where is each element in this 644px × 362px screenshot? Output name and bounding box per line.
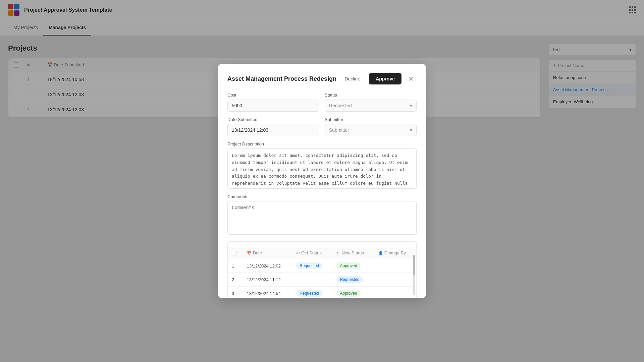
history-table-header-row: 📅Date 🏷Old Status 🏷New Status 👤Change By: [228, 247, 416, 259]
history-row-num: 1: [228, 259, 243, 273]
modal-overlay: Asset Management Process Redesign Declin…: [0, 0, 644, 362]
status-label: Status: [325, 93, 417, 98]
date-submitted-field: Date Submitted: [227, 117, 319, 136]
history-table: 📅Date 🏷Old Status 🏷New Status 👤Change By…: [228, 247, 416, 298]
th-checkbox[interactable]: [228, 247, 243, 259]
decline-button[interactable]: Decline: [340, 73, 365, 84]
history-row-old-status: Requested: [292, 287, 332, 299]
history-row-new-status: Approved: [332, 259, 374, 273]
history-row-new-status: Approved: [332, 287, 374, 299]
modal: Asset Management Process Redesign Declin…: [218, 64, 426, 298]
project-description-label: Project Description: [227, 141, 417, 146]
scrollbar-thumb: [413, 255, 415, 275]
history-row-old-status: Requested: [292, 259, 332, 273]
status-value: Requested: [329, 103, 352, 108]
status-select[interactable]: Requested ▾: [325, 100, 417, 112]
chevron-down-icon: ▾: [410, 103, 412, 108]
history-row-1: 1 13/12/2024 12:02 Requested Approved: [228, 259, 416, 273]
cost-field: Cost: [227, 93, 319, 112]
history-row-old-status: [292, 273, 332, 287]
history-row-change-by: [374, 287, 416, 299]
history-row-date: 13/12/2024 11:12: [243, 273, 292, 287]
date-submitted-label: Date Submitted: [227, 117, 319, 122]
form-row-date-submitter: Date Submitted Submitter Submitter ▾: [227, 117, 417, 136]
modal-actions: Decline Approve ✕: [340, 73, 417, 84]
status-field: Status Requested ▾: [325, 93, 417, 112]
project-description-textarea[interactable]: [227, 148, 417, 189]
approve-button[interactable]: Approve: [369, 73, 401, 84]
history-table-wrapper: 📅Date 🏷Old Status 🏷New Status 👤Change By…: [227, 241, 417, 298]
history-row-num: 3: [228, 287, 243, 299]
history-row-2: 2 13/12/2024 11:12 Requested: [228, 273, 416, 287]
close-button[interactable]: ✕: [406, 74, 417, 83]
history-row-num: 2: [228, 273, 243, 287]
submitter-label: Submitter: [325, 117, 417, 122]
comments-label: Comments: [227, 194, 417, 199]
submitter-value: Submitter: [329, 127, 349, 133]
submitter-select[interactable]: Submitter ▾: [325, 124, 417, 136]
history-row-change-by: [374, 273, 416, 287]
scrollbar-track: [413, 255, 415, 295]
submitter-field: Submitter Submitter ▾: [325, 117, 417, 136]
comments-section: Comments: [227, 194, 417, 236]
date-submitted-input[interactable]: [227, 124, 319, 136]
th-change-by: 👤Change By: [374, 247, 416, 259]
modal-header: Asset Management Process Redesign Declin…: [227, 73, 417, 84]
th-date: 📅Date: [243, 247, 292, 259]
history-row-date: 13/12/2024 12:02: [243, 259, 292, 273]
history-row-change-by: [374, 259, 416, 273]
history-row-new-status: Requested: [332, 273, 374, 287]
cost-input[interactable]: [227, 100, 319, 112]
history-row-date: 13/12/2024 14:54: [243, 287, 292, 299]
history-row-3: 3 13/12/2024 14:54 Requested Approved: [228, 287, 416, 299]
cost-label: Cost: [227, 93, 319, 98]
chevron-down-icon: ▾: [410, 127, 412, 133]
th-new-status: 🏷New Status: [332, 247, 374, 259]
project-description-field: Project Description: [227, 141, 417, 189]
comments-textarea[interactable]: [227, 201, 417, 235]
th-old-status: 🏷Old Status: [292, 247, 332, 259]
form-row-cost-status: Cost Status Requested ▾: [227, 93, 417, 112]
modal-title: Asset Management Process Redesign: [227, 75, 336, 82]
